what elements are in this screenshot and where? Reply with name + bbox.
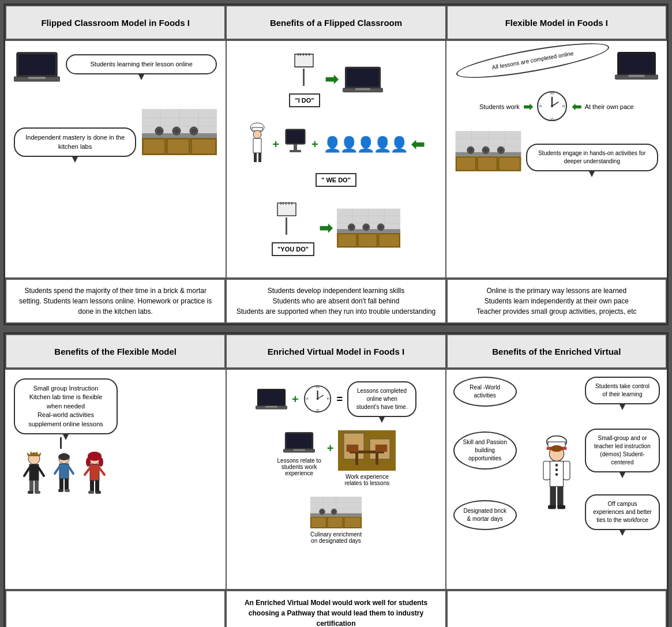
svg-text:IX: IX bbox=[539, 104, 542, 108]
header-benefits-enriched: Benefits of the Enriched Virtual bbox=[446, 334, 667, 369]
svg-rect-122 bbox=[95, 480, 99, 492]
svg-rect-113 bbox=[65, 489, 70, 492]
bubble-skill-passion: Skill and Passion building opportunities bbox=[453, 431, 517, 470]
svg-rect-118 bbox=[90, 464, 99, 480]
svg-line-120 bbox=[99, 468, 104, 475]
svg-rect-1 bbox=[18, 54, 55, 75]
kitchen-illustration bbox=[142, 109, 217, 157]
svg-rect-43 bbox=[290, 150, 301, 152]
equals-sign: = bbox=[337, 393, 343, 406]
svg-rect-158 bbox=[344, 517, 361, 528]
svg-point-96 bbox=[499, 148, 503, 152]
svg-rect-45 bbox=[277, 203, 296, 216]
svg-text:XII: XII bbox=[550, 92, 554, 95]
bubble-independent-mastery: Independent mastery is done in the kitch… bbox=[14, 127, 136, 157]
svg-rect-71 bbox=[629, 75, 645, 77]
svg-line-99 bbox=[24, 468, 29, 476]
flexible-model-content: All lessons are completed online Student… bbox=[446, 41, 667, 277]
bubble-brick-mortar: Designated brick & mortar days bbox=[453, 500, 517, 530]
svg-point-65 bbox=[364, 225, 368, 229]
svg-rect-145 bbox=[355, 453, 358, 465]
footer-flexible: Online is the primary way lessons are le… bbox=[446, 279, 667, 324]
svg-rect-111 bbox=[65, 479, 69, 490]
svg-rect-138 bbox=[287, 434, 312, 448]
svg-text:IX: IX bbox=[305, 397, 309, 400]
plus-sign-ev2: + bbox=[327, 442, 334, 455]
svg-point-36 bbox=[253, 130, 261, 138]
svg-point-160 bbox=[321, 510, 324, 513]
footer-flipped: Students spend the majority of their tim… bbox=[5, 279, 226, 324]
svg-rect-90 bbox=[499, 157, 520, 171]
monitor-icon bbox=[284, 128, 307, 162]
header-enriched-virtual: Enriched Virtual Model in Foods I bbox=[226, 334, 446, 369]
svg-rect-104 bbox=[35, 491, 40, 494]
svg-line-109 bbox=[69, 467, 73, 474]
ev-work-label: Work experience relates to lessons bbox=[338, 474, 396, 486]
svg-rect-121 bbox=[90, 480, 94, 492]
svg-line-119 bbox=[85, 468, 90, 475]
svg-rect-147 bbox=[347, 445, 358, 452]
svg-point-162 bbox=[332, 510, 336, 513]
bubble-take-control: Students take control of their learning bbox=[585, 377, 660, 404]
flipped-classroom-content: Students learning their lesson online In… bbox=[5, 41, 226, 277]
benefits-enriched-virtual-content: Real -World activities Students take con… bbox=[446, 370, 667, 589]
bubble-all-lessons-online: All lessons are completed online bbox=[454, 36, 611, 85]
bubble-off-campus: Off campus experiences and better ties t… bbox=[585, 494, 660, 530]
svg-rect-156 bbox=[311, 517, 326, 528]
at-own-pace-label: At their own pace bbox=[585, 103, 634, 110]
we-do-label: " WE DO" bbox=[316, 173, 356, 187]
svg-point-18 bbox=[174, 129, 179, 133]
svg-point-63 bbox=[350, 225, 354, 229]
svg-rect-112 bbox=[58, 489, 63, 492]
section-divider bbox=[0, 325, 672, 332]
chef-figure-1 bbox=[247, 121, 268, 168]
svg-rect-110 bbox=[59, 479, 63, 490]
svg-rect-103 bbox=[28, 491, 33, 494]
benefits-flexible-content: Small group Instruction Kitchen lab time… bbox=[5, 370, 226, 589]
svg-rect-89 bbox=[478, 157, 497, 171]
svg-rect-21 bbox=[303, 69, 305, 86]
header-benefits-flexible: Benefits of the Flexible Model bbox=[5, 334, 226, 369]
footer-benefits-flipped: Students develop independent learning sk… bbox=[226, 279, 446, 324]
svg-rect-12 bbox=[143, 139, 165, 154]
svg-text:VI: VI bbox=[550, 117, 554, 121]
svg-rect-107 bbox=[59, 464, 69, 479]
svg-rect-124 bbox=[95, 491, 101, 494]
laptop-icon bbox=[14, 50, 60, 86]
svg-rect-33 bbox=[355, 88, 370, 89]
svg-text:III: III bbox=[326, 397, 329, 400]
svg-rect-3 bbox=[28, 77, 46, 79]
svg-rect-38 bbox=[254, 153, 257, 162]
footer-enriched-virtual: An Enriched Virtual Model would work wel… bbox=[226, 590, 446, 627]
students-work-label: Students work bbox=[479, 103, 520, 110]
header-benefits-flipped: Benefits of a Flipped Classroom bbox=[226, 5, 446, 40]
svg-text:XII: XII bbox=[316, 385, 320, 389]
svg-rect-128 bbox=[265, 406, 277, 408]
bubble-ev-lessons: Lessons completed online when student's … bbox=[347, 381, 416, 417]
svg-text:VI: VI bbox=[316, 408, 320, 412]
bubble-small-group: Small-group and or teacher led instructi… bbox=[585, 429, 660, 472]
plus-sign-2: + bbox=[311, 138, 318, 151]
svg-line-100 bbox=[39, 468, 44, 476]
svg-rect-101 bbox=[29, 480, 33, 492]
ev-culinary-label: Culinary enrichment on designated days bbox=[307, 531, 365, 544]
arrow-left-1: ➡ bbox=[411, 135, 425, 154]
bubble-real-world: Real -World activities bbox=[453, 377, 517, 407]
people-group: 👤👤👤👤👤 bbox=[323, 136, 407, 153]
svg-rect-157 bbox=[328, 517, 343, 528]
arrow-students-work: ➡ bbox=[523, 100, 533, 114]
svg-rect-123 bbox=[88, 491, 94, 494]
svg-line-108 bbox=[55, 467, 59, 474]
svg-point-16 bbox=[157, 129, 162, 133]
bubble-lesson-online: Students learning their lesson online bbox=[66, 54, 217, 74]
svg-rect-140 bbox=[293, 449, 305, 451]
svg-point-79 bbox=[551, 105, 553, 107]
svg-rect-98 bbox=[29, 464, 39, 480]
svg-rect-44 bbox=[286, 217, 287, 235]
svg-rect-102 bbox=[35, 480, 39, 492]
svg-rect-39 bbox=[258, 153, 261, 162]
plus-sign-ev1: + bbox=[292, 393, 299, 406]
enriched-virtual-content: + XII III VI IX = Lessons completed onli… bbox=[226, 370, 446, 589]
footer-benefits-enriched bbox=[446, 590, 667, 627]
header-flexible-model: Flexible Model in Foods I bbox=[446, 5, 667, 40]
